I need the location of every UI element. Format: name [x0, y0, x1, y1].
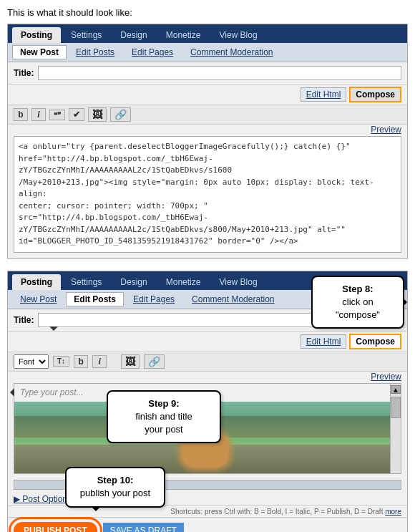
font-select[interactable]: Font: [14, 354, 49, 369]
step9-title: Step 9:: [117, 397, 211, 410]
tab-posting-top[interactable]: Posting: [12, 27, 61, 43]
sub-tab-newpost-bottom[interactable]: New Post: [12, 292, 64, 306]
check-btn-top[interactable]: ✔: [69, 108, 84, 121]
compose-button-top[interactable]: Compose: [349, 87, 401, 102]
tab-monetize-top[interactable]: Monetize: [157, 27, 210, 43]
step10-callout: Step 10: publish your post: [65, 467, 165, 507]
compose-area-wrapper: Step 9: finish and title your post Type …: [14, 383, 401, 474]
title-input-top[interactable]: [38, 66, 401, 80]
step8-callout: Step 8: click on "compose": [311, 276, 404, 329]
image-btn-bottom[interactable]: 🖼: [121, 354, 140, 369]
compose-button-bottom[interactable]: Compose: [349, 334, 401, 349]
link-btn-bottom[interactable]: 🔗: [144, 354, 165, 369]
top-blogger-ui: Posting Settings Design Monetize View Bl…: [7, 24, 408, 259]
bottom-blogger-ui: Step 8: click on "compose" Posting Setti…: [7, 271, 408, 533]
compose-toolbar: Font T↕ b i 🖼 🔗: [8, 352, 407, 372]
tab-design-bottom[interactable]: Design: [112, 274, 155, 290]
step8-title: Step 8:: [321, 283, 394, 296]
tab-viewblog-bottom[interactable]: View Blog: [210, 274, 265, 290]
step8-body: click on "compose": [321, 296, 394, 321]
link-btn-top[interactable]: 🔗: [110, 107, 131, 122]
tab-design-top[interactable]: Design: [112, 27, 155, 43]
italic-btn-top[interactable]: i: [31, 108, 46, 121]
publish-button-wrapper: PUBLISH POST: [14, 522, 97, 533]
tab-posting-bottom[interactable]: Posting: [12, 274, 61, 290]
scrollbar-thumb[interactable]: [391, 397, 401, 418]
tab-settings-top[interactable]: Settings: [62, 27, 110, 43]
sub-tab-commentmod-top[interactable]: Comment Moderation: [182, 45, 280, 59]
sub-tab-commentmod-bottom[interactable]: Comment Moderation: [184, 292, 282, 306]
tab-monetize-bottom[interactable]: Monetize: [157, 274, 210, 290]
tab-viewblog-top[interactable]: View Blog: [210, 27, 265, 43]
top-tab-bar: Posting Settings Design Monetize View Bl…: [8, 24, 407, 43]
bottom-buttons: Step 10: publish your post PUBLISH POST …: [8, 517, 407, 533]
preview-link-top[interactable]: Preview: [8, 125, 401, 135]
sub-tab-editpages-top[interactable]: Edit Pages: [124, 45, 181, 59]
intro-text: This is what it should look like:: [7, 7, 408, 18]
bold-btn-top[interactable]: b: [14, 108, 28, 121]
preview-link-bottom[interactable]: Preview: [8, 372, 401, 382]
quote-btn-top[interactable]: ❝❞: [49, 110, 65, 120]
publish-button[interactable]: PUBLISH POST: [14, 522, 97, 533]
step10-title: Step 10:: [75, 474, 155, 487]
image-btn-top[interactable]: 🖼: [88, 107, 107, 122]
step9-callout: Step 9: finish and title your post: [107, 390, 221, 444]
sub-tab-editposts-top[interactable]: Edit Posts: [68, 45, 122, 59]
italic-btn-bottom[interactable]: i: [92, 355, 107, 368]
sub-tab-editposts-bottom[interactable]: Edit Posts: [66, 292, 124, 306]
shortcuts-more-link[interactable]: more: [385, 508, 401, 516]
font-size-btn[interactable]: T↕: [53, 356, 69, 367]
bold-btn-bottom[interactable]: b: [74, 355, 88, 368]
toolbar-right-top: Edit Html Compose: [8, 84, 407, 105]
title-label-top: Title:: [14, 68, 34, 78]
sub-tab-bar-top: New Post Edit Posts Edit Pages Comment M…: [8, 43, 407, 62]
sub-tab-newpost-top[interactable]: New Post: [12, 45, 67, 59]
edit-html-button-bottom[interactable]: Edit Html: [301, 334, 347, 349]
title-row-top: Title:: [8, 62, 407, 84]
sub-tab-editpages-bottom[interactable]: Edit Pages: [125, 292, 182, 306]
toolbar-right-bottom: Edit Html Compose: [8, 332, 407, 352]
tab-settings-bottom[interactable]: Settings: [62, 274, 110, 290]
save-draft-button[interactable]: SAVE AS DRAFT: [103, 523, 184, 533]
step10-body: publish your post: [75, 487, 155, 500]
compose-scrollbar[interactable]: ▲: [390, 383, 401, 474]
title-label-bottom: Title:: [14, 315, 34, 325]
edit-html-button-top[interactable]: Edit Html: [301, 87, 347, 102]
step9-body: finish and title your post: [117, 410, 211, 436]
html-editor-area: <a onblur="try {parent.deselectBloggerIm…: [14, 136, 401, 253]
html-format-toolbar: b i ❝❞ ✔ 🖼 🔗: [8, 105, 407, 125]
